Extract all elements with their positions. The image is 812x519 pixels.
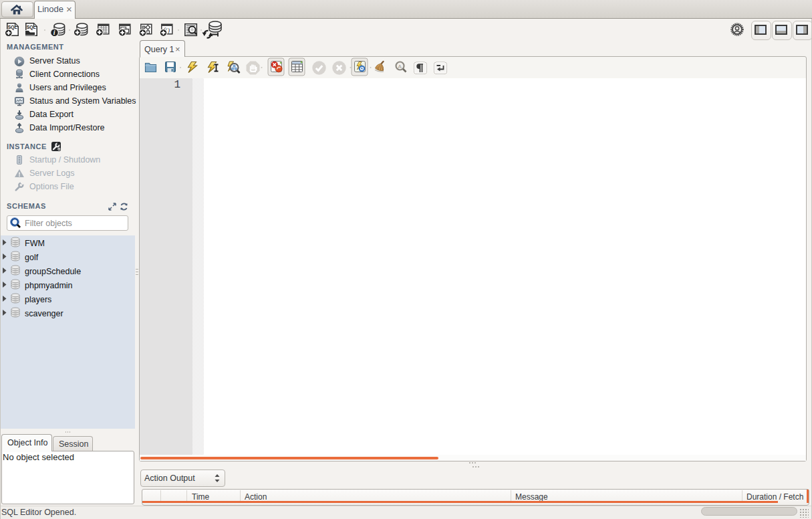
svg-text:i: i <box>53 29 55 36</box>
svg-text:A: A <box>398 64 402 70</box>
